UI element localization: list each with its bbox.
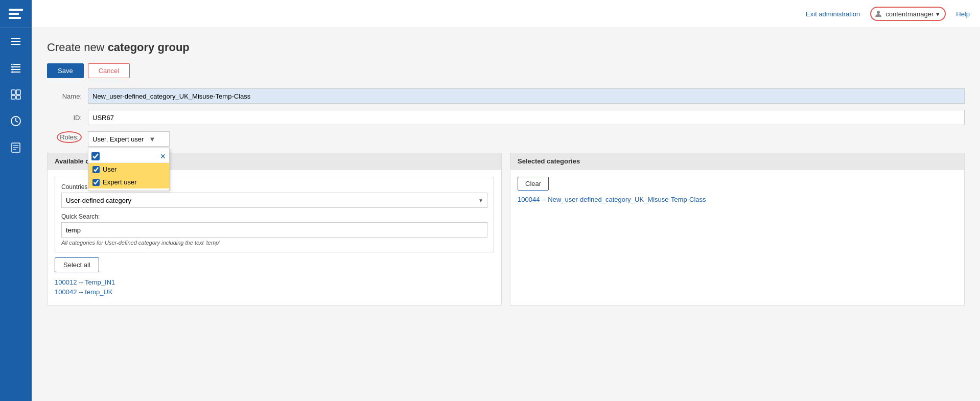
list-icon — [10, 62, 22, 74]
svg-point-13 — [12, 72, 14, 73]
exit-admin-link[interactable]: Exit administration — [806, 10, 860, 18]
dropdown-label-user: User — [103, 166, 116, 173]
dropdown-checkbox-expert-user[interactable] — [92, 179, 100, 186]
hamburger-icon — [10, 35, 22, 48]
svg-point-11 — [12, 66, 14, 68]
select-all-button[interactable]: Select all — [55, 257, 99, 272]
chevron-down-icon: ▼ — [149, 135, 155, 143]
svg-point-10 — [12, 64, 14, 65]
logo[interactable] — [0, 0, 32, 28]
selected-category-link[interactable]: 100044 -- New_user-defined_category_UK_M… — [518, 196, 706, 203]
svg-rect-16 — [11, 96, 15, 99]
name-input[interactable] — [88, 88, 965, 104]
logo-icon — [8, 6, 24, 22]
roles-label: Roles: — [47, 131, 88, 143]
user-menu[interactable]: contentmanager ▾ — [870, 7, 946, 21]
page-title: Create new category group — [47, 41, 965, 54]
roles-selected-text: User, Expert user — [92, 135, 144, 143]
sidebar-item-tasks[interactable] — [0, 81, 32, 108]
svg-rect-1 — [9, 13, 19, 15]
country-select[interactable]: User-defined category International Coun… — [61, 193, 487, 208]
reports-icon — [10, 141, 22, 154]
svg-rect-3 — [11, 38, 20, 39]
selected-categories-panel: Selected categories Clear 100044 -- New_… — [510, 153, 965, 305]
svg-rect-14 — [11, 90, 15, 95]
id-label: ID: — [47, 114, 88, 122]
category-link-2[interactable]: 100042 -- temp_UK — [55, 288, 494, 296]
clear-button[interactable]: Clear — [518, 177, 549, 191]
search-hint: All categories for User-defined category… — [61, 240, 487, 246]
sidebar-item-menu[interactable] — [0, 28, 32, 55]
roles-dropdown-popup: ✕ User Expert user — [88, 148, 170, 191]
svg-rect-5 — [11, 44, 20, 45]
user-label: contentmanager — [885, 10, 934, 18]
dropdown-clear-x[interactable]: ✕ — [160, 152, 166, 160]
toolbar: Save Cancel — [47, 63, 965, 78]
selected-panel-header: Selected categories — [510, 153, 964, 170]
svg-rect-2 — [9, 17, 21, 19]
roles-row: Roles: User, Expert user ▼ ✕ User — [47, 131, 965, 147]
quick-search-input[interactable] — [61, 222, 487, 238]
sidebar-item-list[interactable] — [0, 55, 32, 81]
roles-select-display[interactable]: User, Expert user ▼ — [88, 131, 170, 147]
dropdown-select-all-checkbox[interactable] — [91, 152, 100, 160]
svg-rect-4 — [11, 41, 20, 42]
selected-panel-body: Clear 100044 -- New_user-defined_categor… — [510, 170, 964, 210]
cancel-button[interactable]: Cancel — [88, 63, 130, 78]
dropdown-item-user[interactable]: User — [88, 163, 169, 176]
dropdown-item-expert-user[interactable]: Expert user — [88, 176, 169, 188]
name-label: Name: — [47, 92, 88, 100]
quick-search-label: Quick Search: — [61, 213, 487, 220]
svg-rect-0 — [9, 9, 23, 11]
dropdown-search-row: ✕ — [88, 150, 169, 163]
help-link[interactable]: Help — [956, 10, 970, 18]
category-link-1[interactable]: 100012 -- Temp_IN1 — [55, 278, 494, 286]
main-wrapper: Exit administration contentmanager ▾ Hel… — [32, 0, 980, 401]
clock-icon — [10, 115, 22, 127]
user-avatar-icon — [874, 9, 883, 18]
svg-point-12 — [12, 69, 14, 70]
country-select-wrapper: User-defined category International Coun… — [61, 193, 487, 208]
svg-rect-15 — [16, 90, 20, 95]
svg-line-20 — [16, 121, 18, 122]
sidebar — [0, 0, 32, 401]
svg-point-25 — [877, 11, 880, 14]
topbar: Exit administration contentmanager ▾ Hel… — [32, 0, 980, 28]
sidebar-item-reports[interactable] — [0, 134, 32, 161]
name-row: Name: — [47, 88, 965, 104]
user-dropdown-arrow: ▾ — [936, 10, 940, 18]
roles-dropdown-wrapper: User, Expert user ▼ ✕ User Expert — [88, 131, 170, 147]
save-button[interactable]: Save — [47, 63, 84, 78]
id-row: ID: — [47, 110, 965, 125]
tasks-icon — [10, 88, 22, 101]
dropdown-checkbox-user[interactable] — [92, 166, 100, 173]
roles-circle-label: Roles: — [57, 131, 82, 143]
svg-rect-17 — [16, 96, 20, 99]
panels-wrapper: Available categories Countries and inter… — [47, 153, 965, 305]
content-area: Create new category group Save Cancel Na… — [32, 28, 980, 401]
dropdown-label-expert-user: Expert user — [103, 178, 136, 186]
sidebar-item-clock[interactable] — [0, 108, 32, 134]
id-input[interactable] — [88, 110, 965, 125]
